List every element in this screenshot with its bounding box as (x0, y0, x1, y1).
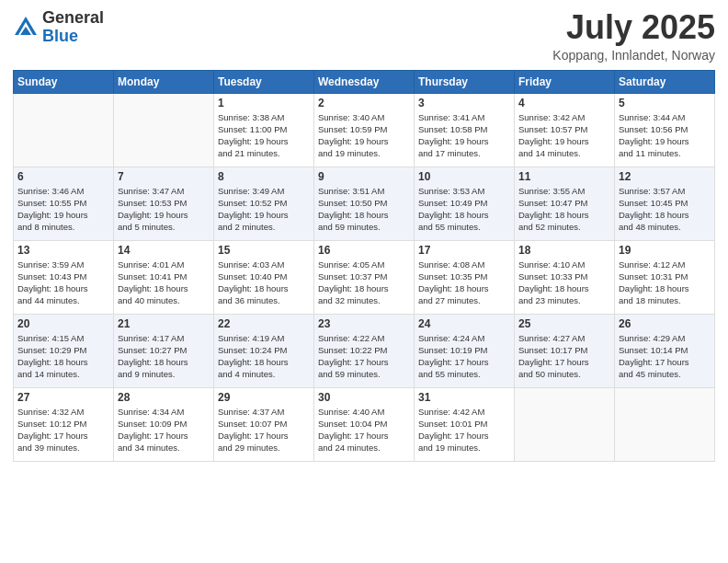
calendar-cell: 6Sunrise: 3:46 AM Sunset: 10:55 PM Dayli… (14, 167, 114, 240)
weekday-header-friday: Friday (515, 70, 615, 93)
calendar-cell: 27Sunrise: 4:32 AM Sunset: 10:12 PM Dayl… (14, 387, 114, 461)
day-info: Sunrise: 4:37 AM Sunset: 10:07 PM Daylig… (218, 406, 310, 454)
day-info: Sunrise: 3:44 AM Sunset: 10:56 PM Daylig… (619, 111, 711, 160)
calendar-cell: 30Sunrise: 4:40 AM Sunset: 10:04 PM Dayl… (314, 387, 415, 461)
calendar-cell: 25Sunrise: 4:27 AM Sunset: 10:17 PM Dayl… (515, 314, 615, 387)
day-info: Sunrise: 4:40 AM Sunset: 10:04 PM Daylig… (318, 406, 410, 454)
day-info: Sunrise: 4:08 AM Sunset: 10:35 PM Daylig… (418, 259, 510, 307)
weekday-header-saturday: Saturday (615, 70, 715, 93)
weekday-header-sunday: Sunday (14, 70, 114, 93)
day-info: Sunrise: 4:22 AM Sunset: 10:22 PM Daylig… (318, 332, 410, 381)
calendar-table: SundayMondayTuesdayWednesdayThursdayFrid… (13, 70, 715, 462)
day-number: 19 (619, 244, 711, 257)
day-info: Sunrise: 3:41 AM Sunset: 10:58 PM Daylig… (418, 111, 510, 160)
page: General Blue July 2025 Koppang, Innlande… (0, 0, 728, 563)
calendar-cell: 31Sunrise: 4:42 AM Sunset: 10:01 PM Dayl… (415, 387, 515, 461)
day-number: 5 (619, 97, 711, 109)
calendar-cell (515, 387, 615, 461)
logo-blue-text: Blue (42, 27, 78, 45)
calendar-cell: 2Sunrise: 3:40 AM Sunset: 10:59 PM Dayli… (314, 93, 415, 167)
day-number: 9 (318, 170, 410, 183)
day-number: 30 (318, 391, 410, 404)
weekday-header-tuesday: Tuesday (214, 70, 314, 93)
day-info: Sunrise: 4:29 AM Sunset: 10:14 PM Daylig… (619, 332, 711, 381)
calendar-cell: 29Sunrise: 4:37 AM Sunset: 10:07 PM Dayl… (214, 387, 314, 461)
calendar-cell: 20Sunrise: 4:15 AM Sunset: 10:29 PM Dayl… (14, 314, 114, 387)
day-info: Sunrise: 3:42 AM Sunset: 10:57 PM Daylig… (518, 111, 610, 160)
title-block: July 2025 Koppang, Innlandet, Norway (552, 9, 715, 63)
day-number: 8 (218, 170, 310, 183)
calendar-cell: 23Sunrise: 4:22 AM Sunset: 10:22 PM Dayl… (314, 314, 415, 387)
logo-general-text: General (42, 8, 104, 27)
calendar-cell: 11Sunrise: 3:55 AM Sunset: 10:47 PM Dayl… (515, 167, 615, 240)
calendar-cell: 9Sunrise: 3:51 AM Sunset: 10:50 PM Dayli… (314, 167, 415, 240)
weekday-header-thursday: Thursday (415, 70, 515, 93)
calendar-cell: 14Sunrise: 4:01 AM Sunset: 10:41 PM Dayl… (114, 240, 214, 314)
day-info: Sunrise: 4:15 AM Sunset: 10:29 PM Daylig… (17, 332, 109, 381)
calendar-cell: 5Sunrise: 3:44 AM Sunset: 10:56 PM Dayli… (615, 93, 715, 167)
day-number: 26 (619, 317, 711, 330)
calendar-cell: 26Sunrise: 4:29 AM Sunset: 10:14 PM Dayl… (615, 314, 715, 387)
day-number: 12 (619, 170, 711, 183)
day-info: Sunrise: 3:53 AM Sunset: 10:49 PM Daylig… (418, 185, 510, 234)
calendar-week-row: 1Sunrise: 3:38 AM Sunset: 11:00 PM Dayli… (14, 93, 715, 167)
day-number: 15 (218, 244, 310, 257)
day-info: Sunrise: 4:17 AM Sunset: 10:27 PM Daylig… (118, 332, 210, 381)
day-info: Sunrise: 3:40 AM Sunset: 10:59 PM Daylig… (318, 111, 410, 160)
day-number: 16 (318, 244, 410, 257)
calendar-cell: 28Sunrise: 4:34 AM Sunset: 10:09 PM Dayl… (114, 387, 214, 461)
day-number: 23 (318, 317, 410, 330)
day-number: 1 (218, 97, 310, 109)
header: General Blue July 2025 Koppang, Innlande… (13, 9, 715, 63)
day-info: Sunrise: 4:03 AM Sunset: 10:40 PM Daylig… (218, 259, 310, 307)
day-info: Sunrise: 4:27 AM Sunset: 10:17 PM Daylig… (518, 332, 610, 381)
day-info: Sunrise: 4:12 AM Sunset: 10:31 PM Daylig… (619, 259, 711, 307)
day-info: Sunrise: 4:10 AM Sunset: 10:33 PM Daylig… (518, 259, 610, 307)
calendar-cell: 4Sunrise: 3:42 AM Sunset: 10:57 PM Dayli… (515, 93, 615, 167)
logo-text: General Blue (42, 9, 104, 46)
day-number: 3 (418, 97, 510, 109)
day-number: 17 (418, 244, 510, 257)
day-info: Sunrise: 4:01 AM Sunset: 10:41 PM Daylig… (118, 259, 210, 307)
day-number: 25 (518, 317, 610, 330)
month-year-title: July 2025 (552, 9, 715, 46)
day-info: Sunrise: 3:55 AM Sunset: 10:47 PM Daylig… (518, 185, 610, 234)
day-info: Sunrise: 3:59 AM Sunset: 10:43 PM Daylig… (17, 259, 109, 307)
day-number: 14 (118, 244, 210, 257)
day-number: 6 (17, 170, 109, 183)
calendar-cell (615, 387, 715, 461)
day-info: Sunrise: 3:57 AM Sunset: 10:45 PM Daylig… (619, 185, 711, 234)
day-number: 21 (118, 317, 210, 330)
calendar-cell: 17Sunrise: 4:08 AM Sunset: 10:35 PM Dayl… (415, 240, 515, 314)
calendar-cell (14, 93, 114, 167)
location-subtitle: Koppang, Innlandet, Norway (552, 48, 715, 63)
calendar-cell: 1Sunrise: 3:38 AM Sunset: 11:00 PM Dayli… (214, 93, 314, 167)
logo: General Blue (13, 9, 104, 46)
day-info: Sunrise: 4:24 AM Sunset: 10:19 PM Daylig… (418, 332, 510, 381)
day-number: 2 (318, 97, 410, 109)
day-info: Sunrise: 3:47 AM Sunset: 10:53 PM Daylig… (118, 185, 210, 234)
day-info: Sunrise: 4:19 AM Sunset: 10:24 PM Daylig… (218, 332, 310, 381)
day-number: 24 (418, 317, 510, 330)
calendar-cell: 8Sunrise: 3:49 AM Sunset: 10:52 PM Dayli… (214, 167, 314, 240)
day-info: Sunrise: 3:46 AM Sunset: 10:55 PM Daylig… (17, 185, 109, 234)
calendar-cell: 13Sunrise: 3:59 AM Sunset: 10:43 PM Dayl… (14, 240, 114, 314)
day-number: 11 (518, 170, 610, 183)
calendar-week-row: 20Sunrise: 4:15 AM Sunset: 10:29 PM Dayl… (14, 314, 715, 387)
calendar-cell: 18Sunrise: 4:10 AM Sunset: 10:33 PM Dayl… (515, 240, 615, 314)
day-number: 20 (17, 317, 109, 330)
day-number: 31 (418, 391, 510, 404)
weekday-header-row: SundayMondayTuesdayWednesdayThursdayFrid… (14, 70, 715, 93)
day-number: 27 (17, 391, 109, 404)
day-number: 4 (518, 97, 610, 109)
day-info: Sunrise: 4:34 AM Sunset: 10:09 PM Daylig… (118, 406, 210, 454)
day-number: 10 (418, 170, 510, 183)
calendar-week-row: 6Sunrise: 3:46 AM Sunset: 10:55 PM Dayli… (14, 167, 715, 240)
calendar-cell: 10Sunrise: 3:53 AM Sunset: 10:49 PM Dayl… (415, 167, 515, 240)
day-info: Sunrise: 3:49 AM Sunset: 10:52 PM Daylig… (218, 185, 310, 234)
day-number: 22 (218, 317, 310, 330)
calendar-cell: 24Sunrise: 4:24 AM Sunset: 10:19 PM Dayl… (415, 314, 515, 387)
calendar-cell: 16Sunrise: 4:05 AM Sunset: 10:37 PM Dayl… (314, 240, 415, 314)
calendar-cell: 19Sunrise: 4:12 AM Sunset: 10:31 PM Dayl… (615, 240, 715, 314)
day-number: 7 (118, 170, 210, 183)
